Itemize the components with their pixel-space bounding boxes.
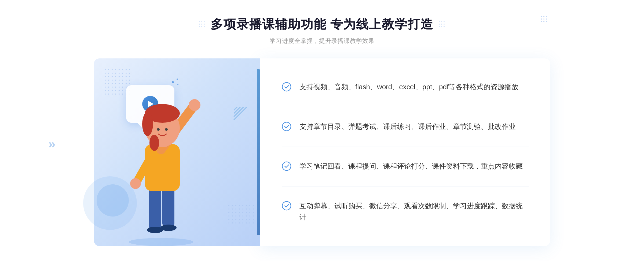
feature-text-2: 支持章节目录、弹题考试、课后练习、课后作业、章节测验、批改作业	[299, 121, 516, 132]
left-chevron-deco: »	[48, 136, 56, 151]
feature-text-3: 学习笔记回看、课程提问、课程评论打分、课件资料下载，重点内容收藏	[299, 161, 523, 172]
header-dots-left	[199, 21, 205, 28]
svg-point-7	[189, 99, 200, 111]
striped-rect	[233, 107, 247, 139]
svg-point-15	[157, 128, 160, 131]
subtitle: 学习进度全掌握，提升录播课教学效果	[270, 37, 375, 45]
feature-text-1: 支持视频、音频、flash、word、excel、ppt、pdf等各种格式的资源…	[299, 81, 518, 93]
svg-point-19	[282, 162, 291, 170]
feature-divider-3	[282, 186, 529, 187]
svg-point-0	[129, 238, 193, 246]
features-panel: 支持视频、音频、flash、word、excel、ppt、pdf等各种格式的资源…	[260, 58, 550, 246]
figure-illustration	[107, 85, 215, 246]
blue-vertical-bar	[257, 69, 260, 235]
main-title: 多项录播课辅助功能 专为线上教学打造	[211, 16, 434, 33]
check-icon-4	[282, 201, 291, 211]
illustration-area	[94, 58, 260, 246]
svg-point-16	[165, 128, 168, 131]
svg-point-18	[282, 122, 291, 131]
svg-point-14	[149, 135, 159, 151]
sparkle-dot-3	[177, 79, 178, 80]
header-title-row: 多项录播课辅助功能 专为线上教学打造	[199, 16, 445, 33]
sparkle-dot-1	[172, 81, 174, 83]
feature-item-4: 互动弹幕、试听购买、微信分享、观看次数限制、学习进度跟踪、数据统计	[282, 195, 529, 228]
svg-point-13	[142, 112, 153, 136]
feature-item-1: 支持视频、音频、flash、word、excel、ppt、pdf等各种格式的资源…	[282, 76, 529, 98]
svg-point-20	[282, 202, 291, 210]
check-icon-2	[282, 122, 291, 131]
svg-rect-1	[149, 187, 161, 230]
feature-divider-2	[282, 147, 529, 147]
feature-item-3: 学习笔记回看、课程提问、课程评论打分、课件资料下载，重点内容收藏	[282, 155, 529, 177]
content-area: 支持视频、音频、flash、word、excel、ppt、pdf等各种格式的资源…	[94, 58, 550, 246]
illus-dot-grid-br	[228, 205, 255, 225]
check-icon-3	[282, 161, 291, 171]
check-icon-1	[282, 82, 291, 92]
feature-divider-1	[282, 107, 529, 107]
page-wrapper: 多项录播课辅助功能 专为线上教学打造 学习进度全掌握，提升录播课教学效果	[0, 0, 644, 261]
feature-text-4: 互动弹幕、试听购买、微信分享、观看次数限制、学习进度跟踪、数据统计	[299, 200, 529, 223]
header-dots-right	[439, 21, 445, 28]
svg-point-4	[160, 225, 177, 231]
feature-item-2: 支持章节目录、弹题考试、课后练习、课后作业、章节测验、批改作业	[282, 116, 529, 138]
svg-point-9	[130, 178, 141, 189]
svg-point-17	[282, 83, 291, 91]
svg-rect-2	[162, 187, 174, 227]
header-section: 多项录播课辅助功能 专为线上教学打造 学习进度全掌握，提升录播课教学效果	[0, 16, 644, 45]
